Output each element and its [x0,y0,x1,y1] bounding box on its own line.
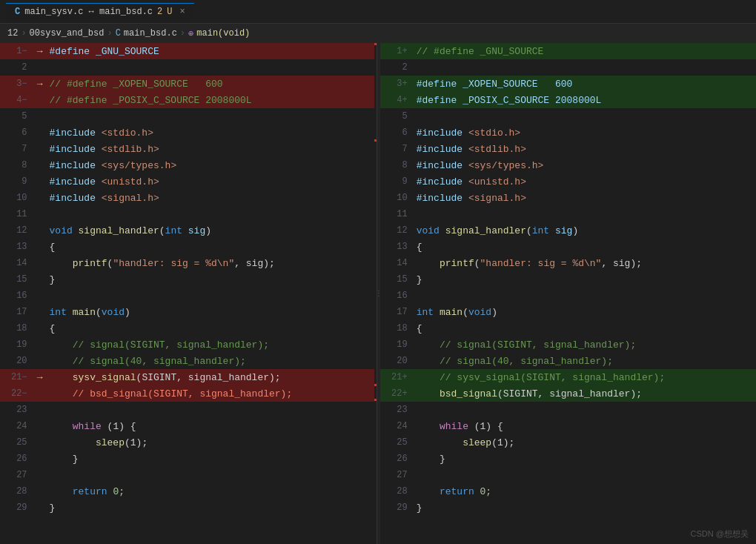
code-line: // sysv_signal(SIGINT, signal_handler); [414,369,756,385]
code-line: } [47,500,377,516]
code-line: sleep(1); [47,434,377,451]
diff-arrow [33,320,47,336]
diff-arrow [33,385,47,402]
code-line [47,402,377,418]
code-line: #include <stdio.h> [414,125,756,141]
code-line: } [414,451,756,467]
line-number: 15 [380,271,414,288]
line-number: 11 [0,206,33,222]
line-number: 13 [0,239,33,255]
code-line: #include <signal.h> [414,190,756,206]
line-number: 11 [380,206,414,222]
tab-close-button[interactable]: × [179,7,185,17]
code-line: bsd_signal(SIGINT, signal_handler); [414,385,756,402]
editor-tab[interactable]: C main_sysv.c ↔ main_bsd.c 2 U × [6,3,194,20]
code-line: { [414,320,756,336]
code-line: { [414,239,756,255]
line-number: 10 [380,190,414,206]
breadcrumb-lang-icon: C [116,28,121,39]
line-number: 24 [380,418,414,434]
breadcrumb-function: main(void) [196,28,250,39]
line-number: 2 [380,59,414,76]
diff-arrow [33,108,47,125]
tab-modified: U [167,7,172,17]
code-line: int main(void) [414,304,756,320]
breadcrumb-file: main_bsd.c [124,28,177,39]
line-number: 6 [380,125,414,141]
line-number: 24 [0,418,33,434]
code-line: int main(void) [47,304,377,320]
diff-arrow [33,353,47,369]
code-line: return 0; [47,483,377,500]
code-line: printf("handler: sig = %d\n", sig); [414,255,756,271]
line-number: 3− [0,76,33,92]
line-number: 20 [380,353,414,369]
code-line: while (1) { [47,418,377,434]
line-number: 1− [0,43,33,59]
line-number: 28 [380,483,414,500]
watermark: CSDN @想想吴 [691,528,749,540]
line-number: 18 [380,320,414,336]
line-number: 9 [0,173,33,190]
line-number: 5 [380,108,414,125]
line-number: 16 [0,288,33,304]
line-number: 13 [380,239,414,255]
line-number: 26 [380,451,414,467]
line-number: 12 [380,222,414,239]
code-line: #include <unistd.h> [47,173,377,190]
line-number: 19 [0,336,33,353]
line-number: 14 [0,255,33,271]
left-pane[interactable]: 1−→#define _GNU_SOURCE2 3−→// #define _X… [0,43,377,544]
line-number: 25 [380,434,414,451]
code-line [47,108,377,125]
breadcrumb-func-icon: ⊕ [188,28,193,39]
line-number: 2 [0,59,33,76]
code-line: // signal(SIGINT, signal_handler); [414,336,756,353]
code-line: #define _GNU_SOURCE [47,43,377,59]
code-line: #define _XOPEN_SOURCE 600 [414,76,756,92]
code-line: sysv_signal(SIGINT, signal_handler); [47,369,377,385]
code-line [47,206,377,222]
diff-arrow [33,336,47,353]
code-line: // signal(40, signal_handler); [414,353,756,369]
code-line: // signal(SIGINT, signal_handler); [47,336,377,353]
line-number: 7 [0,141,33,157]
code-line: // #define _GNU_SOURCE [414,43,756,59]
breadcrumb: 12 › 00sysv_and_bsd › C main_bsd.c › ⊕ m… [0,24,756,43]
code-line: { [47,239,377,255]
line-number: 19 [380,336,414,353]
line-number: 18 [0,320,33,336]
line-number: 29 [380,500,414,516]
code-line: // signal(40, signal_handler); [47,353,377,369]
code-line: void signal_handler(int sig) [414,222,756,239]
code-line [47,467,377,483]
line-number: 9 [380,173,414,190]
line-number: 4+ [380,92,414,108]
code-line [414,206,756,222]
breadcrumb-num: 12 [7,28,18,39]
diff-arrow [33,467,47,483]
line-number: 10 [0,190,33,206]
right-pane[interactable]: 1+// #define _GNU_SOURCE2 3+#define _XOP… [380,43,757,544]
pane-divider[interactable]: ⋮ [377,43,380,544]
line-number: 29 [0,500,33,516]
line-number: 23 [380,402,414,418]
diff-arrow [33,125,47,141]
line-number: 23 [0,402,33,418]
right-code-table: 1+// #define _GNU_SOURCE2 3+#define _XOP… [380,43,757,516]
line-number: 27 [0,467,33,483]
diff-arrow [33,434,47,451]
code-line [414,288,756,304]
line-number: 20 [0,353,33,369]
code-line: // bsd_signal(SIGINT, signal_handler); [47,385,377,402]
code-line [414,108,756,125]
title-bar: C main_sysv.c ↔ main_bsd.c 2 U × [0,0,756,24]
diff-arrow [33,288,47,304]
line-number: 21+ [380,369,414,385]
code-line: { [47,320,377,336]
code-line [414,402,756,418]
diff-arrow [33,190,47,206]
code-line: #include <stdio.h> [47,125,377,141]
code-line: #include <sys/types.h> [414,157,756,173]
line-number: 28 [0,483,33,500]
